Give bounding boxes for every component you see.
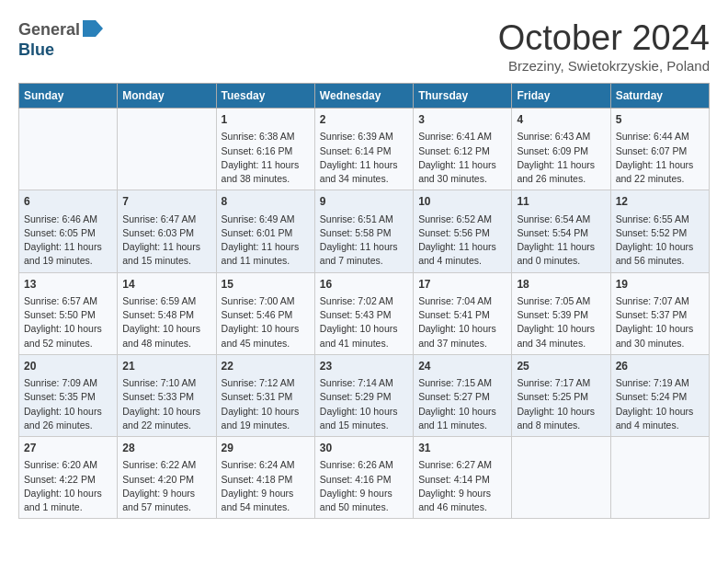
day-number: 21 xyxy=(122,359,210,374)
day-header-friday: Friday xyxy=(512,84,610,109)
calendar-cell: 11Sunrise: 6:54 AM Sunset: 5:54 PM Dayli… xyxy=(512,190,610,272)
calendar-cell: 4Sunrise: 6:43 AM Sunset: 6:09 PM Daylig… xyxy=(512,109,610,190)
cell-info: Sunrise: 6:44 AM Sunset: 6:07 PM Dayligh… xyxy=(616,130,704,186)
cell-info: Sunrise: 6:41 AM Sunset: 6:12 PM Dayligh… xyxy=(418,130,506,186)
day-number: 7 xyxy=(122,194,210,210)
calendar-cell: 5Sunrise: 6:44 AM Sunset: 6:07 PM Daylig… xyxy=(610,109,709,190)
cell-info: Sunrise: 6:57 AM Sunset: 5:50 PM Dayligh… xyxy=(24,294,112,350)
calendar-cell xyxy=(512,437,610,519)
calendar-cell: 26Sunrise: 7:19 AM Sunset: 5:24 PM Dayli… xyxy=(610,354,709,436)
day-number: 17 xyxy=(418,277,506,293)
calendar-cell: 20Sunrise: 7:09 AM Sunset: 5:35 PM Dayli… xyxy=(19,354,118,436)
cell-info: Sunrise: 7:04 AM Sunset: 5:41 PM Dayligh… xyxy=(418,294,506,350)
calendar-cell: 12Sunrise: 6:55 AM Sunset: 5:52 PM Dayli… xyxy=(610,190,709,272)
calendar-cell: 15Sunrise: 7:00 AM Sunset: 5:46 PM Dayli… xyxy=(216,272,314,354)
cell-info: Sunrise: 6:26 AM Sunset: 4:16 PM Dayligh… xyxy=(320,458,408,514)
calendar-cell: 14Sunrise: 6:59 AM Sunset: 5:48 PM Dayli… xyxy=(118,272,216,354)
calendar-cell: 19Sunrise: 7:07 AM Sunset: 5:37 PM Dayli… xyxy=(610,272,709,354)
calendar-cell: 30Sunrise: 6:26 AM Sunset: 4:16 PM Dayli… xyxy=(314,437,413,519)
cell-info: Sunrise: 7:10 AM Sunset: 5:33 PM Dayligh… xyxy=(122,376,210,432)
day-header-saturday: Saturday xyxy=(610,84,709,109)
cell-info: Sunrise: 7:00 AM Sunset: 5:46 PM Dayligh… xyxy=(222,294,310,350)
cell-info: Sunrise: 7:15 AM Sunset: 5:27 PM Dayligh… xyxy=(418,376,506,432)
month-title: October 2024 xyxy=(498,18,710,58)
cell-info: Sunrise: 6:47 AM Sunset: 6:03 PM Dayligh… xyxy=(122,213,210,269)
cell-info: Sunrise: 7:05 AM Sunset: 5:39 PM Dayligh… xyxy=(517,294,605,350)
day-number: 13 xyxy=(24,277,112,293)
day-number: 20 xyxy=(24,359,112,374)
day-number: 1 xyxy=(222,112,310,128)
svg-marker-0 xyxy=(83,20,103,37)
day-number: 14 xyxy=(122,277,210,293)
week-row-1: 1Sunrise: 6:38 AM Sunset: 6:16 PM Daylig… xyxy=(19,109,710,190)
cell-info: Sunrise: 6:49 AM Sunset: 6:01 PM Dayligh… xyxy=(222,213,310,269)
day-number: 11 xyxy=(517,194,605,210)
day-number: 2 xyxy=(320,112,408,128)
calendar-cell: 3Sunrise: 6:41 AM Sunset: 6:12 PM Daylig… xyxy=(414,109,512,190)
day-number: 12 xyxy=(616,194,704,210)
cell-info: Sunrise: 7:19 AM Sunset: 5:24 PM Dayligh… xyxy=(616,376,704,432)
day-number: 6 xyxy=(24,194,112,210)
calendar-cell: 13Sunrise: 6:57 AM Sunset: 5:50 PM Dayli… xyxy=(19,272,118,354)
day-number: 23 xyxy=(320,359,408,374)
calendar-cell: 7Sunrise: 6:47 AM Sunset: 6:03 PM Daylig… xyxy=(118,190,216,272)
calendar-cell: 8Sunrise: 6:49 AM Sunset: 6:01 PM Daylig… xyxy=(216,190,314,272)
day-number: 8 xyxy=(222,194,310,210)
logo-arrow xyxy=(83,20,103,40)
calendar-title-section: October 2024 Brzeziny, Swietokrzyskie, P… xyxy=(498,18,710,74)
day-header-monday: Monday xyxy=(118,84,216,109)
day-number: 25 xyxy=(517,359,605,374)
calendar-cell: 29Sunrise: 6:24 AM Sunset: 4:18 PM Dayli… xyxy=(216,437,314,519)
calendar-cell: 28Sunrise: 6:22 AM Sunset: 4:20 PM Dayli… xyxy=(118,437,216,519)
day-number: 26 xyxy=(616,359,704,374)
cell-info: Sunrise: 6:46 AM Sunset: 6:05 PM Dayligh… xyxy=(24,213,112,269)
calendar-cell: 9Sunrise: 6:51 AM Sunset: 5:58 PM Daylig… xyxy=(314,190,413,272)
day-header-tuesday: Tuesday xyxy=(216,84,314,109)
cell-info: Sunrise: 6:27 AM Sunset: 4:14 PM Dayligh… xyxy=(418,458,506,514)
cell-info: Sunrise: 6:20 AM Sunset: 4:22 PM Dayligh… xyxy=(24,458,112,514)
cell-info: Sunrise: 7:12 AM Sunset: 5:31 PM Dayligh… xyxy=(222,376,310,432)
calendar-cell: 23Sunrise: 7:14 AM Sunset: 5:29 PM Dayli… xyxy=(314,354,413,436)
day-header-wednesday: Wednesday xyxy=(314,84,413,109)
day-number: 19 xyxy=(616,277,704,293)
day-number: 31 xyxy=(418,441,506,456)
day-number: 10 xyxy=(418,194,506,210)
week-row-5: 27Sunrise: 6:20 AM Sunset: 4:22 PM Dayli… xyxy=(19,437,710,519)
calendar-cell: 18Sunrise: 7:05 AM Sunset: 5:39 PM Dayli… xyxy=(512,272,610,354)
day-number: 30 xyxy=(320,441,408,456)
calendar-cell: 1Sunrise: 6:38 AM Sunset: 6:16 PM Daylig… xyxy=(216,109,314,190)
cell-info: Sunrise: 6:55 AM Sunset: 5:52 PM Dayligh… xyxy=(616,213,704,269)
day-number: 28 xyxy=(122,441,210,456)
calendar-cell xyxy=(610,437,709,519)
cell-info: Sunrise: 6:54 AM Sunset: 5:54 PM Dayligh… xyxy=(517,213,605,269)
logo: General Blue xyxy=(18,18,103,60)
calendar-cell xyxy=(19,109,118,190)
cell-info: Sunrise: 7:17 AM Sunset: 5:25 PM Dayligh… xyxy=(517,376,605,432)
day-number: 3 xyxy=(418,112,506,128)
cell-info: Sunrise: 6:43 AM Sunset: 6:09 PM Dayligh… xyxy=(517,130,605,186)
logo-general-text: General xyxy=(18,20,80,40)
calendar-cell: 6Sunrise: 6:46 AM Sunset: 6:05 PM Daylig… xyxy=(19,190,118,272)
calendar-cell: 22Sunrise: 7:12 AM Sunset: 5:31 PM Dayli… xyxy=(216,354,314,436)
cell-info: Sunrise: 7:07 AM Sunset: 5:37 PM Dayligh… xyxy=(616,294,704,350)
calendar-table: SundayMondayTuesdayWednesdayThursdayFrid… xyxy=(18,83,710,519)
cell-info: Sunrise: 7:14 AM Sunset: 5:29 PM Dayligh… xyxy=(320,376,408,432)
cell-info: Sunrise: 6:59 AM Sunset: 5:48 PM Dayligh… xyxy=(122,294,210,350)
calendar-cell: 25Sunrise: 7:17 AM Sunset: 5:25 PM Dayli… xyxy=(512,354,610,436)
logo-blue-text: Blue xyxy=(18,40,54,59)
cell-info: Sunrise: 6:24 AM Sunset: 4:18 PM Dayligh… xyxy=(222,458,310,514)
calendar-cell xyxy=(118,109,216,190)
header-row: SundayMondayTuesdayWednesdayThursdayFrid… xyxy=(19,84,710,109)
cell-info: Sunrise: 6:39 AM Sunset: 6:14 PM Dayligh… xyxy=(320,130,408,186)
calendar-cell: 10Sunrise: 6:52 AM Sunset: 5:56 PM Dayli… xyxy=(414,190,512,272)
day-number: 18 xyxy=(517,277,605,293)
cell-info: Sunrise: 6:52 AM Sunset: 5:56 PM Dayligh… xyxy=(418,213,506,269)
calendar-cell: 27Sunrise: 6:20 AM Sunset: 4:22 PM Dayli… xyxy=(19,437,118,519)
day-number: 27 xyxy=(24,441,112,456)
day-number: 16 xyxy=(320,277,408,293)
location: Brzeziny, Swietokrzyskie, Poland xyxy=(498,58,710,74)
cell-info: Sunrise: 6:38 AM Sunset: 6:16 PM Dayligh… xyxy=(222,130,310,186)
day-number: 15 xyxy=(222,277,310,293)
day-number: 22 xyxy=(222,359,310,374)
week-row-2: 6Sunrise: 6:46 AM Sunset: 6:05 PM Daylig… xyxy=(19,190,710,272)
